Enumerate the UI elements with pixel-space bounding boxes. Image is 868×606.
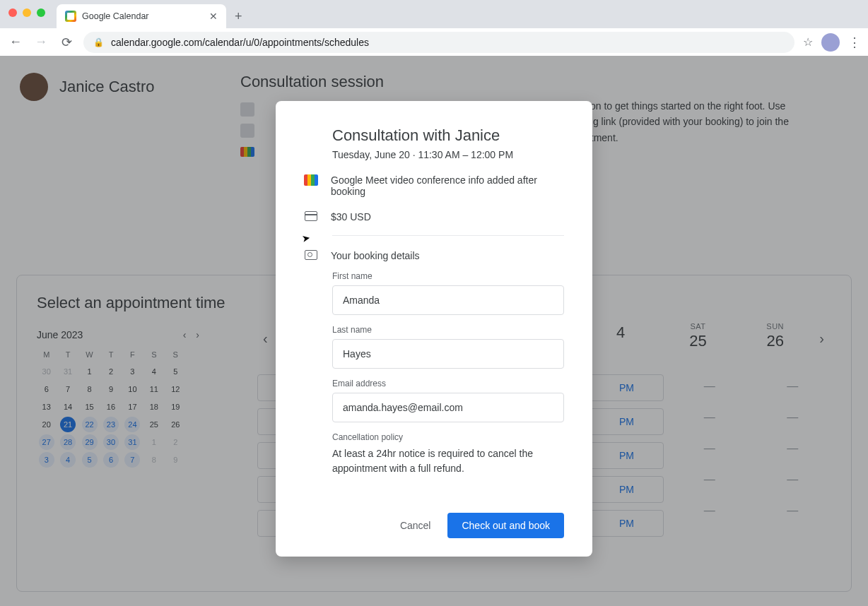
meet-icon	[304, 174, 318, 186]
price-text: $30 USD	[331, 211, 564, 222]
minimize-window-icon[interactable]	[23, 8, 31, 17]
last-name-label: Last name	[332, 325, 564, 335]
new-tab-button[interactable]: +	[235, 9, 242, 24]
calendar-favicon-icon	[65, 11, 76, 22]
meet-info-text: Google Meet video conference info added …	[331, 174, 564, 197]
browser-menu-icon[interactable]: ⋮	[848, 35, 861, 50]
address-bar[interactable]: 🔒 calendar.google.com/calendar/u/0/appoi…	[83, 32, 794, 53]
dialog-title: Consultation with Janice	[332, 126, 564, 145]
first-name-input[interactable]	[332, 285, 564, 315]
maximize-window-icon[interactable]	[37, 8, 45, 17]
browser-tab[interactable]: Google Calendar ✕	[57, 4, 226, 28]
contact-card-icon	[305, 250, 317, 260]
checkout-book-button[interactable]: Check out and book	[447, 513, 564, 538]
dialog-datetime: Tuesday, June 20 · 11:30 AM – 12:00 PM	[332, 149, 564, 160]
url-text: calendar.google.com/calendar/u/0/appoint…	[111, 37, 369, 48]
last-name-input[interactable]	[332, 339, 564, 369]
back-button[interactable]: ←	[7, 35, 24, 49]
reload-button[interactable]: ⟳	[58, 35, 75, 50]
forward-button[interactable]: →	[33, 35, 49, 49]
profile-avatar-icon[interactable]	[821, 33, 840, 52]
browser-chrome: Google Calendar ✕ + ← → ⟳ 🔒 calendar.goo…	[0, 0, 868, 56]
dialog-divider	[332, 235, 564, 236]
cursor-icon: ➤	[301, 232, 312, 244]
bookmark-star-icon[interactable]: ☆	[803, 35, 813, 49]
booking-details-label: Your booking details	[331, 250, 420, 261]
email-label: Email address	[332, 379, 564, 388]
window-controls	[8, 8, 45, 17]
lock-icon: 🔒	[93, 37, 104, 47]
booking-dialog: Consultation with Janice Tuesday, June 2…	[276, 101, 592, 557]
cancel-button[interactable]: Cancel	[390, 513, 441, 538]
policy-label: Cancellation policy	[332, 432, 564, 442]
policy-text: At least a 24hr notice is required to ca…	[332, 446, 564, 476]
email-input[interactable]	[332, 393, 564, 422]
first-name-label: First name	[332, 271, 564, 281]
tab-close-icon[interactable]: ✕	[209, 11, 218, 22]
tab-title: Google Calendar	[82, 11, 149, 21]
close-window-icon[interactable]	[8, 8, 17, 17]
payment-icon	[305, 211, 317, 221]
